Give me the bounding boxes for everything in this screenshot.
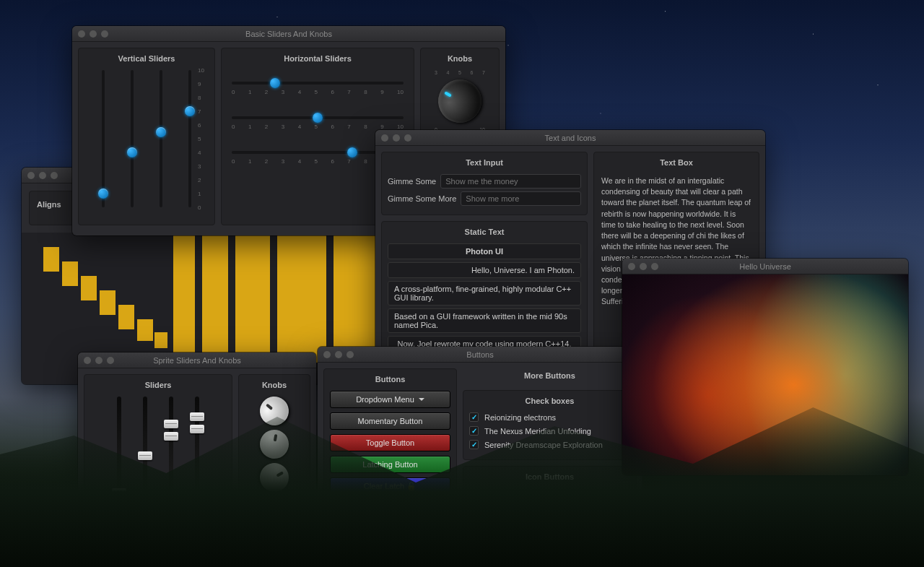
power-icon-button[interactable]: ⏻ [480, 493, 503, 511]
sliders-traffic[interactable] [72, 30, 108, 38]
dropdown-button[interactable]: Dropdown Menu [330, 391, 450, 408]
dropdown-label: Dropdown Menu [356, 395, 414, 404]
sprite-knob-2[interactable] [245, 430, 304, 459]
input2-field[interactable] [461, 191, 581, 206]
input-title: Text Input [388, 158, 581, 167]
sprite-slider-2[interactable] [137, 397, 153, 519]
checkbox-3-box[interactable] [469, 440, 479, 449]
toggle-button[interactable]: Toggle Button [330, 434, 450, 451]
knobs-title: Knobs [427, 54, 493, 63]
more-buttons-title: More Buttons [460, 371, 640, 380]
static-header: Photon UI [388, 243, 581, 259]
checkbox-2[interactable]: The Nexus Meridian Unfolding [469, 426, 630, 436]
vslider-4[interactable]: 10 9 8 7 6 5 4 3 2 1 0 [182, 70, 198, 207]
static-title: Static Text [388, 228, 581, 236]
sprite-wave-button[interactable]: 〰 [519, 555, 542, 563]
clear-latch-button[interactable]: Clear Latch 🔓 [330, 477, 450, 495]
sprite-slider-4[interactable] [189, 397, 205, 519]
power-icon: ⏻ [487, 560, 495, 563]
latching-button[interactable]: Latching Button [330, 456, 450, 473]
sliders-titlebar[interactable]: Basic Sliders And Knobs [72, 26, 505, 42]
gear-icon: ⚙ [375, 504, 383, 513]
vslider-1[interactable] [95, 70, 111, 207]
align-traffic-lights[interactable] [22, 172, 58, 179]
checkboxes-title: Check boxes [469, 397, 630, 405]
buttons-title: Buttons [318, 350, 642, 359]
static-line-2: Based on a GUI framework written in the … [388, 308, 581, 333]
knob-1[interactable]: 34567 010 [427, 70, 493, 132]
vertical-sliders: 10 9 8 7 6 5 4 3 2 1 0 [84, 70, 209, 207]
checkbox-1[interactable]: Reionizing electrons [469, 412, 630, 422]
buttons-traffic[interactable] [318, 351, 354, 358]
hslider-1[interactable]: 012345678910 [232, 76, 404, 98]
sprite-slider-3[interactable] [163, 397, 179, 519]
sprite-mail-button[interactable]: ✉ [557, 555, 580, 563]
checkbox-1-box[interactable] [469, 412, 479, 422]
vslider-3[interactable] [153, 70, 169, 207]
hello-window[interactable]: Hello Universe [622, 259, 908, 475]
nebula-image [622, 274, 908, 475]
sliders-title: Basic Sliders And Knobs [72, 30, 505, 38]
hslider-2[interactable]: 012345678910 [232, 111, 404, 132]
sprite-transit-button[interactable]: 🚌 [596, 555, 619, 563]
checkbox-2-box[interactable] [469, 426, 479, 436]
static-line-1: A cross-platform, fine-grained, highly m… [388, 281, 581, 306]
textbox-title: Text Box [600, 158, 753, 167]
setup-button[interactable]: ⚙ Setup [330, 500, 450, 518]
sprite-window[interactable]: Sprite Sliders And Knobs Sliders Knobs [78, 352, 316, 547]
buttons-window[interactable]: Buttons Buttons Dropdown Menu Momentary … [318, 347, 642, 563]
buttons-left-title: Buttons [330, 375, 450, 384]
unlock-icon: 🔓 [406, 482, 417, 490]
sprite-traffic[interactable] [78, 357, 114, 364]
mail-icon: ✉ [566, 560, 572, 564]
setup-label: Setup [385, 504, 406, 513]
momentary-button[interactable]: Momentary Button [330, 412, 450, 430]
search-icon-button[interactable]: 🔍 [519, 493, 542, 511]
static-line-0: Hello, Universe. I am Photon. [388, 262, 581, 278]
sprite-sliders-title: Sliders [90, 381, 226, 389]
checkbox-1-label: Reionizing electrons [484, 413, 556, 422]
sprite-titlebar[interactable]: Sprite Sliders And Knobs [78, 352, 316, 368]
vsliders-title: Vertical Sliders [84, 54, 209, 63]
wave-icon: 〰 [526, 560, 534, 563]
sprite-power-button[interactable]: ⏻ [480, 555, 503, 563]
caret-down-icon [419, 398, 424, 404]
hello-traffic[interactable] [622, 263, 658, 270]
input1-label: Gimme Some [388, 177, 436, 186]
checkbox-3[interactable]: Serenity Dreamscape Exploration [469, 440, 630, 449]
power-icon: ⏻ [487, 496, 497, 508]
hello-titlebar[interactable]: Hello Universe [622, 259, 908, 274]
vslider-2[interactable] [124, 70, 140, 207]
input2-label: Gimme Some More [388, 194, 456, 203]
input1-field[interactable] [440, 174, 581, 189]
sprite-knob-3[interactable] [245, 463, 304, 492]
arrow-left-icon: ← [603, 496, 613, 508]
sprite-knob-1[interactable] [245, 397, 304, 425]
hello-title: Hello Universe [622, 262, 908, 271]
search-icon: 🔍 [524, 496, 536, 508]
clear-latch-label: Clear Latch [364, 482, 404, 490]
bus-icon: 🚌 [603, 560, 613, 564]
icon-buttons-title: Icon Buttons [469, 472, 630, 481]
buttons-titlebar[interactable]: Buttons [318, 347, 642, 363]
checkbox-2-label: The Nexus Meridian Unfolding [484, 427, 591, 436]
text-titlebar[interactable]: Text and Icons [375, 130, 765, 146]
text-title: Text and Icons [375, 134, 765, 142]
text-traffic[interactable] [375, 134, 411, 142]
sprite-buttons-title: Sprite Buttons [469, 534, 630, 543]
sprite-slider-1[interactable] [111, 397, 127, 519]
checkbox-3-label: Serenity Dreamscape Exploration [484, 441, 603, 449]
hsliders-title: Horizontal Sliders [227, 54, 408, 63]
refresh-icon-button[interactable]: ↺ [557, 493, 580, 511]
back-circle-icon: ↺ [565, 496, 573, 508]
arrow-icon-button[interactable]: ← [596, 493, 619, 511]
sprite-knobs-title: Knobs [245, 381, 304, 389]
